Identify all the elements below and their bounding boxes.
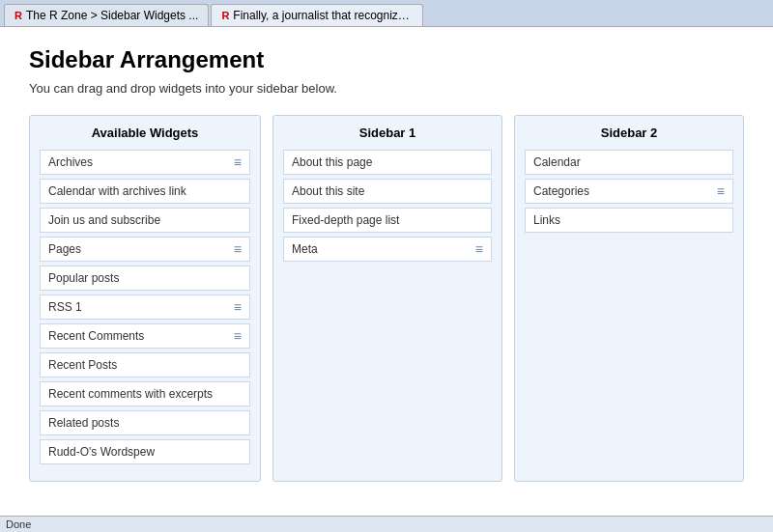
sidebar2-widget-calendar[interactable]: Calendar [525,150,733,175]
page-description: You can drag and drop widgets into your … [29,81,744,96]
widget-archives-label: Archives [48,155,228,169]
sidebar2-column: Sidebar 2 Calendar Categories ≡ Links [514,115,744,482]
widget-recent-comments-label: Recent Comments [48,329,228,343]
sidebar1-widget-about-page-label: About this page [292,155,483,169]
widget-calendar-archives[interactable]: Calendar with archives link [40,179,250,204]
tab-icon-2: R [221,10,229,21]
widget-rss1-label: RSS 1 [48,300,228,314]
sidebar2-title: Sidebar 2 [525,126,733,140]
sidebar2-widget-categories-label: Categories [533,184,711,198]
widget-related-posts-label: Related posts [48,416,242,430]
sidebar2-widget-categories-drag: ≡ [717,184,725,198]
sidebar1-column: Sidebar 1 About this page About this sit… [272,115,502,482]
widget-pages-drag: ≡ [234,242,242,256]
widget-popular-posts-label: Popular posts [48,271,242,285]
page-content: Sidebar Arrangement You can drag and dro… [0,27,773,501]
tab-label-1: The R Zone > Sidebar Widgets ... [26,9,198,22]
sidebar1-widget-meta-label: Meta [292,242,470,256]
sidebar1-title: Sidebar 1 [283,126,492,140]
widget-archives[interactable]: Archives ≡ [40,150,250,175]
widget-join-subscribe[interactable]: Join us and subscribe [40,208,250,233]
sidebar2-widget-categories[interactable]: Categories ≡ [525,179,733,204]
widget-rss1[interactable]: RSS 1 ≡ [40,294,250,320]
available-widgets-column: Available Widgets Archives ≡ Calendar wi… [29,115,261,482]
columns-container: Available Widgets Archives ≡ Calendar wi… [29,115,744,482]
sidebar2-widget-links-label: Links [533,213,725,227]
page-title: Sidebar Arrangement [29,46,744,73]
widget-recent-posts-label: Recent Posts [48,358,242,372]
sidebar2-widget-links[interactable]: Links [525,208,733,233]
widget-pages[interactable]: Pages ≡ [40,237,250,262]
widget-rss1-drag: ≡ [234,300,242,314]
widget-related-posts[interactable]: Related posts [40,410,250,435]
widget-rudd-wordspew-label: Rudd-O's Wordspew [48,445,242,459]
sidebar1-widget-fixed-depth-label: Fixed-depth page list [292,213,483,227]
sidebar1-widget-meta[interactable]: Meta ≡ [283,237,492,262]
tab-rzonewidgets[interactable]: R The R Zone > Sidebar Widgets ... [4,4,209,26]
tab-journalist[interactable]: R Finally, a journalist that recognizes.… [211,4,423,26]
widget-recent-posts[interactable]: Recent Posts [40,352,250,378]
sidebar1-widget-about-site[interactable]: About this site [283,179,492,204]
widget-recent-comments-excerpts[interactable]: Recent comments with excerpts [40,381,250,406]
sidebar1-widget-about-site-label: About this site [292,184,483,198]
sidebar1-widget-fixed-depth[interactable]: Fixed-depth page list [283,208,492,233]
sidebar1-widget-about-page[interactable]: About this page [283,150,492,175]
widget-calendar-archives-label: Calendar with archives link [48,184,242,198]
widget-join-subscribe-label: Join us and subscribe [48,213,242,227]
tab-icon-1: R [14,10,22,21]
tab-label-2: Finally, a journalist that recognizes... [233,9,413,22]
widget-archives-drag: ≡ [234,155,242,169]
tab-bar: R The R Zone > Sidebar Widgets ... R Fin… [0,0,773,26]
sidebar1-widget-meta-drag: ≡ [475,242,483,256]
widget-recent-comments[interactable]: Recent Comments ≡ [40,323,250,349]
sidebar2-widget-calendar-label: Calendar [533,155,725,169]
browser-chrome: R The R Zone > Sidebar Widgets ... R Fin… [0,0,773,27]
widget-recent-comments-excerpts-label: Recent comments with excerpts [48,387,242,401]
widget-popular-posts[interactable]: Popular posts [40,266,250,291]
widget-rudd-wordspew[interactable]: Rudd-O's Wordspew [40,439,250,464]
widget-recent-comments-drag: ≡ [234,329,242,343]
widget-pages-label: Pages [48,242,228,256]
available-widgets-title: Available Widgets [40,126,250,140]
